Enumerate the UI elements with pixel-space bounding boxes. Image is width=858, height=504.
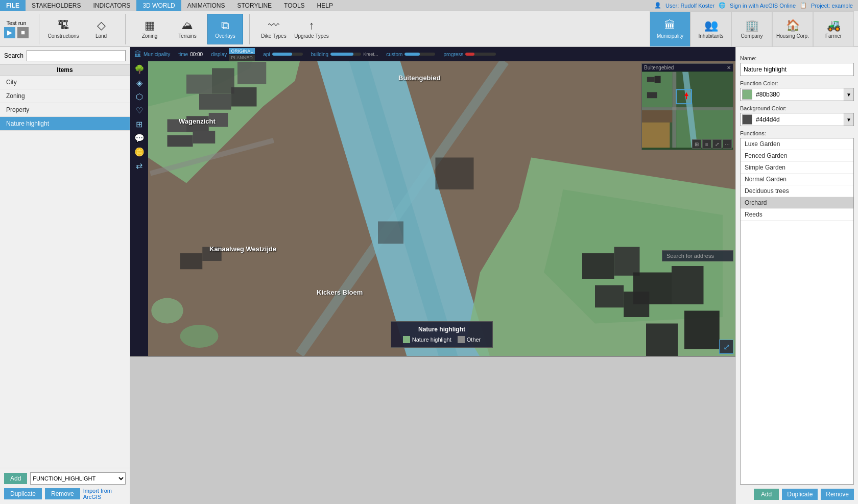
land-button[interactable]: ◇ Land [83,14,119,44]
svg-rect-14 [193,131,216,143]
legend-label-nature: Nature highlight [412,337,451,343]
fullscreen-icon: ⤢ [723,342,730,352]
right-bottom-buttons: Add Duplicate Remove [740,489,854,500]
right-add-button[interactable]: Add [754,489,779,500]
background-color-dropdown[interactable]: ▼ [844,113,853,126]
legend-color-other [458,336,465,343]
terrains-icon: ⛰ [182,19,193,32]
constructions-icon: 🏗 [58,19,69,32]
overlays-button[interactable]: ⧉ Overlays [207,14,243,44]
sidebar-item-city[interactable]: City [0,76,130,89]
terrains-button[interactable]: ⛰ Terrains [170,14,205,44]
mini-map-close[interactable]: ✕ [727,65,731,70]
housing-corp-button[interactable]: 🏠 Housing Corp. [772,11,813,47]
main-content: Search Items City Zoning Property Nature… [0,47,858,504]
menu-storyline[interactable]: STORYLINE [231,0,278,11]
user-link[interactable]: User: Rudolf Koster [665,3,714,9]
dike-icon: 〰 [268,19,279,32]
import-link[interactable]: Import from ArcGIS [83,488,126,500]
farmer-icon: 🚜 [827,19,841,32]
share-tool-button[interactable]: ⇄ [131,160,147,172]
function-orchard[interactable]: Orchard [741,197,853,209]
svg-point-29 [151,298,183,324]
dike-types-button[interactable]: 〰 Dike Types [256,14,292,44]
left-panel: Search Items City Zoning Property Nature… [0,47,130,504]
coin-tool-button[interactable]: 🪙 [131,146,147,158]
menu-3d-world[interactable]: 3D WORLD [136,0,181,11]
remove-button[interactable]: Remove [45,488,80,499]
search-input[interactable] [27,50,126,61]
file-menu[interactable]: FILE [0,0,26,11]
poly-tool-button[interactable]: ⬡ [131,91,147,103]
functions-label: Functions: [740,130,854,136]
mini-map-grid-btn[interactable]: ⊞ [692,139,701,149]
legend-color-nature [403,336,410,343]
stop-button[interactable]: ■ [17,27,29,38]
map-3d-content[interactable]: Buitengebied Wagenzicht Kanaalweg Westzi… [148,61,735,356]
zoning-button[interactable]: ▦ Zoning [132,14,168,44]
comment-tool-button[interactable]: 💬 [131,132,147,144]
map-bottom-area [130,356,735,504]
function-color-input[interactable] [754,91,844,98]
layer-tool-button[interactable]: ◈ [131,77,147,89]
mini-map-svg [642,71,733,148]
menu-indicators[interactable]: INDICATORS [87,0,136,11]
play-button[interactable]: ▶ [4,27,15,38]
inhabitants-button[interactable]: 👥 Inhabitants [690,11,731,47]
custom-status: custom [386,52,435,57]
items-header: Items [0,65,130,76]
sidebar-item-nature-highlight[interactable]: Nature highlight [0,117,130,131]
svg-rect-39 [655,76,661,83]
mini-map-list-btn[interactable]: ≡ [702,139,711,149]
inhabitants-label: Inhabitants [699,33,724,39]
function-simple-garden[interactable]: Simple Garden [741,162,853,174]
right-duplicate-button[interactable]: Duplicate [782,489,818,500]
function-color-dropdown[interactable]: ▼ [844,88,853,101]
function-reeds[interactable]: Reeds [741,209,853,221]
search-address-placeholder: Search for address [666,253,714,259]
map-side-nav: 🌳 ◈ ⬡ ♡ ⊞ 💬 🪙 ⇄ [130,61,148,356]
menu-animations[interactable]: ANIMATIONS [181,0,231,11]
company-button[interactable]: 🏢 Company [731,11,772,47]
constructions-button[interactable]: 🏗 Constructions [45,14,81,44]
sidebar-item-zoning[interactable]: Zoning [0,89,130,103]
sidebar-item-property[interactable]: Property [0,103,130,117]
functions-list: Luxe Garden Fenced Garden Simple Garden … [740,138,854,485]
user-icon: 👤 [654,2,661,9]
menu-right-section: 👤 User: Rudolf Koster 🌐 Sign in with Arc… [654,2,858,9]
svg-rect-18 [582,253,614,279]
function-select[interactable]: FUNCTION_HIGHLIGHT [30,472,126,485]
mini-map-expand-btn[interactable]: ⤢ [712,139,722,149]
grid-tool-button[interactable]: ⊞ [131,118,147,130]
arcgis-link[interactable]: Sign in with ArcGIS Online [730,3,796,9]
toolbar-sep-2 [125,14,126,44]
mini-map-header: Buitengebied ✕ [642,64,733,71]
svg-rect-28 [378,222,403,244]
dike-label: Dike Types [261,33,286,39]
menu-help[interactable]: HELP [311,0,339,11]
farmer-button[interactable]: 🚜 Farmer [813,11,854,47]
svg-rect-32 [202,247,222,261]
function-normal-garden[interactable]: Normal Garden [741,174,853,185]
add-button[interactable]: Add [4,473,27,484]
background-color-input[interactable] [754,116,844,123]
function-luxe-garden[interactable]: Luxe Garden [741,138,853,150]
upgrade-types-button[interactable]: ↑ Upgrade Types [294,14,329,44]
progress-status: progress [443,52,496,57]
background-color-row: ▼ [740,113,854,126]
fullscreen-button[interactable]: ⤢ [719,340,733,354]
tree-tool-button[interactable]: 🌳 [131,63,147,75]
mini-map-more-btn[interactable]: ⋯ [723,139,732,149]
menu-tools[interactable]: TOOLS [278,0,311,11]
svg-rect-11 [186,116,209,132]
name-input[interactable] [740,63,854,76]
right-remove-button[interactable]: Remove [821,489,854,500]
function-deciduous-trees[interactable]: Deciduous trees [741,185,853,197]
municipality-button[interactable]: 🏛 Municipality [650,11,690,47]
project-link[interactable]: Project: example [811,3,853,9]
function-fenced-garden[interactable]: Fenced Garden [741,150,853,162]
search-address-box[interactable]: Search for address [662,250,733,261]
duplicate-button[interactable]: Duplicate [4,488,42,499]
heart-tool-button[interactable]: ♡ [131,105,147,116]
menu-stakeholders[interactable]: STAKEHOLDERS [26,0,87,11]
